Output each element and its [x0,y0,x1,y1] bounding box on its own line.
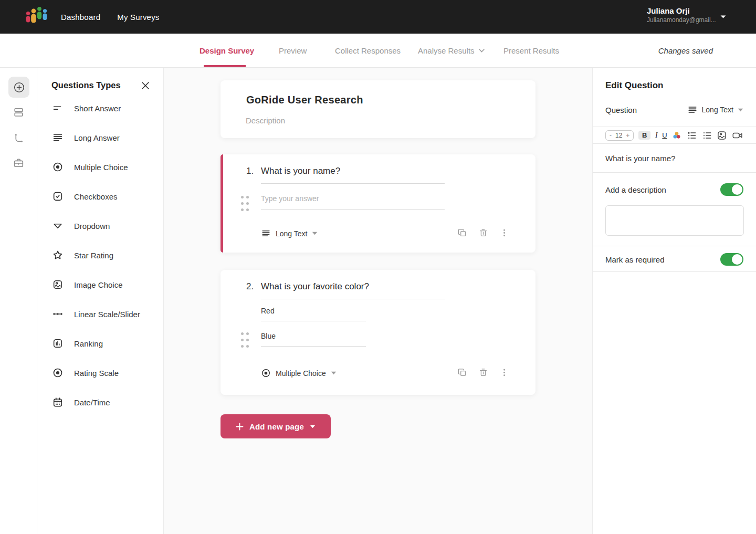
chevron-down-icon [738,108,743,112]
more-options-icon[interactable] [499,228,509,238]
edit-question-panel: Edit Question Question Long Text - 12 + … [592,68,756,534]
changes-saved-status: Changes saved [658,34,713,68]
edit-question-title: Edit Question [605,80,664,91]
question-types-panel: Questions Types Short Answer Long Answer… [37,68,164,534]
ranking-icon [52,338,64,349]
survey-navbar: Design Survey Preview Collect Responses … [0,34,756,68]
tab-present-results[interactable]: Present Results [503,34,559,68]
active-question-accent [220,154,223,253]
toolbox-icon[interactable] [12,156,25,170]
tab-analyse-results[interactable]: Analyse Results [418,34,485,68]
qt-item-image-choice[interactable]: Image Choice [37,270,163,299]
editor-type-select[interactable]: Long Text [687,104,743,115]
close-icon[interactable] [141,81,150,90]
logic-icon[interactable] [12,131,25,144]
long-text-icon [261,228,271,238]
user-menu[interactable]: Juliana Orji Julianamonday@gmail... [647,6,716,24]
editor-question-text[interactable]: What is your name? [605,154,675,163]
qt-item-dropdown[interactable]: Dropdown [37,211,163,240]
qt-item-multiple-choice[interactable]: Multiple Choice [37,152,163,182]
required-toggle-row: Mark as required [605,253,743,266]
nav-my-surveys[interactable]: My Surveys [117,13,159,22]
description-textarea[interactable] [605,205,744,236]
tab-collect-responses[interactable]: Collect Responses [335,34,401,68]
bold-button[interactable]: B [638,131,650,140]
answer-placeholder[interactable]: Type your answer [261,194,445,210]
add-question-button[interactable] [8,77,29,98]
qt-item-long-answer[interactable]: Long Answer [37,123,163,152]
survey-title-card[interactable]: GoRide User Research Description [220,80,536,138]
question-type-select[interactable]: Long Text [261,228,318,238]
required-toggle[interactable] [720,253,743,266]
bullet-list-icon[interactable] [702,130,712,141]
duplicate-icon[interactable] [457,368,467,378]
option-input-blue[interactable]: Blue [261,332,366,347]
delete-icon[interactable] [478,368,488,378]
drag-handle[interactable] [241,196,249,211]
add-question-icon [13,81,26,94]
user-email: Julianamonday@gmail... [647,16,716,24]
more-options-icon[interactable] [499,368,509,378]
chevron-down-icon [310,425,316,428]
question-type-select[interactable]: Multiple Choice [261,368,337,378]
rating-scale-icon [52,367,64,379]
add-new-page-button[interactable]: Add new page [220,414,331,438]
font-size-stepper[interactable]: - 12 + [605,130,634,141]
qt-item-date-time[interactable]: Date/Time [37,388,163,417]
question-number: 2. [246,281,261,299]
survey-canvas: GoRide User Research Description 1. What… [164,68,592,534]
font-size-value: 12 [615,132,622,139]
survey-title[interactable]: GoRide User Research [246,94,363,106]
topbar: Dashboard My Surveys Juliana Orji Julian… [0,0,756,34]
plus-icon [236,423,244,431]
image-choice-icon [52,279,64,290]
question-label: Question [605,106,637,114]
dropdown-icon [52,220,64,232]
question-text-input[interactable]: What is your favorite color? [261,281,445,299]
survey-description-placeholder[interactable]: Description [246,116,285,125]
top-navigation: Dashboard My Surveys [61,13,160,22]
question-text-input[interactable]: What is your name? [261,166,445,184]
qt-item-short-answer[interactable]: Short Answer [37,93,163,123]
chevron-down-icon [331,371,337,375]
tab-design-survey[interactable]: Design Survey [200,34,254,68]
delete-icon[interactable] [478,228,488,238]
insert-image-icon[interactable] [717,130,727,141]
user-menu-caret-icon[interactable] [720,14,727,19]
underline-button[interactable]: U [662,131,667,139]
qt-item-linear-scale[interactable]: Linear Scale/Slider [37,299,163,329]
insert-video-icon[interactable] [732,130,743,141]
nav-dashboard[interactable]: Dashboard [61,13,100,22]
qt-item-rating-scale[interactable]: Rating Scale [37,358,163,388]
font-increase-button[interactable]: + [626,132,629,139]
option-input-red[interactable]: Red [261,307,366,321]
ordered-list-icon[interactable] [687,130,697,141]
long-text-icon [687,104,698,115]
qt-item-star-rating[interactable]: Star Rating [37,240,163,270]
date-time-icon [52,396,64,408]
question-number: 1. [246,166,261,184]
pages-icon[interactable] [12,106,25,119]
app-logo-icon[interactable] [25,6,48,27]
star-rating-icon [52,249,64,261]
multiple-choice-icon [52,161,64,173]
drag-handle[interactable] [241,332,249,348]
tab-preview[interactable]: Preview [279,34,307,68]
text-color-icon[interactable] [671,130,682,141]
chevron-down-icon [312,232,318,235]
tool-rail [0,68,37,534]
italic-button[interactable]: I [655,131,658,140]
description-toggle[interactable] [720,183,743,196]
question-card-2[interactable]: 2. What is your favorite color? Red Blue… [220,270,536,395]
mark-required-label: Mark as required [605,255,665,264]
question-card-1[interactable]: 1. What is your name? Type your answer L… [220,154,536,253]
qt-item-checkboxes[interactable]: Checkboxes [37,182,163,211]
font-decrease-button[interactable]: - [610,132,612,139]
duplicate-icon[interactable] [457,228,467,238]
question-types-list: Short Answer Long Answer Multiple Choice… [37,93,163,417]
short-answer-icon [52,102,64,114]
long-answer-icon [52,132,64,143]
linear-scale-icon [52,308,64,320]
text-format-toolbar: - 12 + B I U [593,127,756,144]
qt-item-ranking[interactable]: Ranking [37,329,163,358]
